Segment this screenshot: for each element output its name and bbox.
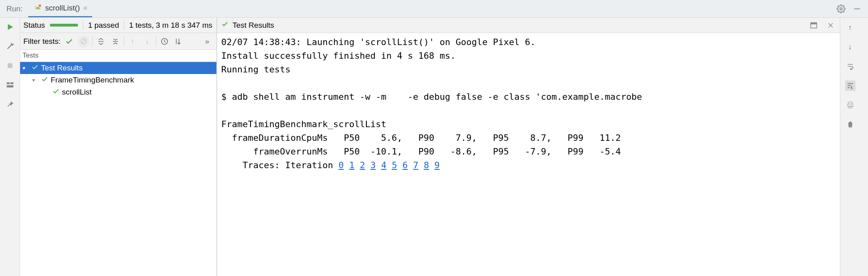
prev-failed-icon[interactable]: ↑ xyxy=(127,35,139,47)
layout-settings-icon[interactable] xyxy=(808,20,819,31)
tree-method[interactable]: scrollList xyxy=(20,86,216,98)
left-gutter xyxy=(0,18,20,276)
console-pane: Test Results 02/07 14:38:43: Launching '… xyxy=(217,18,840,276)
status-bar: Status 1 passed 1 tests, 3 m 18 s 347 ms xyxy=(20,18,216,33)
android-test-icon xyxy=(34,4,42,12)
run-tab[interactable]: scrollList() × xyxy=(28,0,92,17)
tab-label: scrollList() xyxy=(45,4,80,12)
pin-icon[interactable] xyxy=(5,99,15,109)
trace-link[interactable]: 3 xyxy=(370,160,376,170)
filter-label: Filter tests: xyxy=(23,37,61,46)
trace-link[interactable]: 2 xyxy=(360,160,365,170)
svg-rect-8 xyxy=(6,85,13,88)
import-tests-icon[interactable] xyxy=(173,35,185,47)
show-ignored-icon[interactable] xyxy=(78,35,90,47)
trace-link[interactable]: 0 xyxy=(338,160,343,170)
check-icon xyxy=(221,21,228,30)
run-button[interactable] xyxy=(5,22,15,32)
console-output[interactable]: 02/07 14:38:43: Launching 'scrollList()'… xyxy=(217,33,840,276)
svg-point-2 xyxy=(39,4,41,7)
passed-count: 1 passed xyxy=(88,21,119,30)
tree-class[interactable]: ▾ FrameTimingBenchmark xyxy=(20,74,216,86)
test-tree-pane: Status 1 passed 1 tests, 3 m 18 s 347 ms… xyxy=(20,18,217,276)
scroll-up-icon[interactable]: ↑ xyxy=(845,23,856,33)
status-label: Status xyxy=(23,21,45,30)
minimize-icon[interactable] xyxy=(852,4,862,14)
close-tab-icon[interactable]: × xyxy=(83,4,88,12)
close-console-icon[interactable] xyxy=(825,20,836,31)
svg-rect-12 xyxy=(811,23,817,24)
trace-link[interactable]: 6 xyxy=(402,160,407,170)
layout-icon[interactable] xyxy=(5,80,15,90)
trace-link[interactable]: 7 xyxy=(413,160,418,170)
tree-method-label: scrollList xyxy=(62,88,92,97)
gear-icon[interactable] xyxy=(836,4,846,14)
print-icon[interactable] xyxy=(845,100,856,110)
svg-point-1 xyxy=(39,8,39,9)
svg-point-0 xyxy=(36,8,37,9)
chevron-down-icon: ▾ xyxy=(23,65,29,71)
filter-bar: Filter tests: ↑ ↓ xyxy=(20,33,216,50)
trace-link[interactable]: 1 xyxy=(349,160,354,170)
check-icon xyxy=(41,76,48,85)
tree-root[interactable]: ▾ Test Results xyxy=(20,62,216,74)
svg-point-3 xyxy=(840,8,842,10)
scroll-down-icon[interactable]: ↓ xyxy=(845,42,856,52)
next-failed-icon[interactable]: ↓ xyxy=(141,35,153,47)
scroll-to-end-icon[interactable] xyxy=(845,80,856,91)
svg-rect-7 xyxy=(10,82,13,84)
trace-link[interactable]: 9 xyxy=(434,160,440,170)
tree-class-label: FrameTimingBenchmark xyxy=(51,76,134,84)
panel-title-bar: Run: scrollList() × xyxy=(0,0,868,18)
clear-icon[interactable] xyxy=(845,119,856,130)
right-gutter: ↑ ↓ xyxy=(840,18,860,276)
wrench-icon[interactable] xyxy=(5,41,15,51)
trace-link[interactable]: 5 xyxy=(392,160,397,170)
check-icon xyxy=(31,64,39,73)
chevron-down-icon: ▾ xyxy=(32,77,39,83)
console-header: Test Results xyxy=(217,18,840,33)
console-title: Test Results xyxy=(232,21,274,30)
soft-wrap-icon[interactable] xyxy=(845,61,856,72)
tree-root-label: Test Results xyxy=(41,64,82,72)
svg-rect-4 xyxy=(854,8,860,9)
test-summary: 1 tests, 3 m 18 s 347 ms xyxy=(129,21,212,30)
svg-rect-5 xyxy=(8,63,12,68)
show-passed-icon[interactable] xyxy=(63,35,75,47)
trace-link[interactable]: 8 xyxy=(424,160,429,170)
test-tree[interactable]: ▾ Test Results ▾ FrameTimingBenchmark sc… xyxy=(20,62,216,276)
test-history-icon[interactable] xyxy=(158,35,171,47)
collapse-all-icon[interactable] xyxy=(109,35,121,47)
trace-link[interactable]: 4 xyxy=(381,160,386,170)
stop-button[interactable] xyxy=(5,60,15,71)
run-label: Run: xyxy=(2,4,27,13)
expand-all-icon[interactable] xyxy=(95,35,107,47)
progress-bar xyxy=(50,24,78,27)
check-icon xyxy=(52,88,60,97)
right-margin xyxy=(860,18,868,276)
more-icon[interactable]: » xyxy=(201,35,213,47)
tests-column-header: Tests xyxy=(20,50,216,62)
svg-rect-6 xyxy=(6,82,9,84)
